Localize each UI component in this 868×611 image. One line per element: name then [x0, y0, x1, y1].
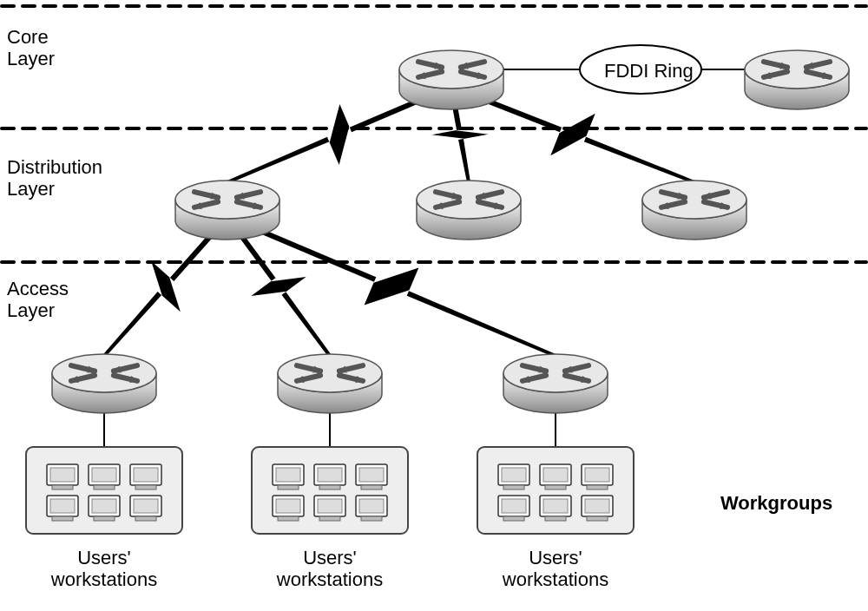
svg-rect-18: [135, 516, 156, 521]
svg-point-75: [175, 181, 279, 219]
svg-rect-50: [503, 516, 524, 521]
svg-point-93: [642, 181, 746, 219]
svg-point-120: [503, 354, 608, 392]
svg-rect-5: [92, 468, 116, 482]
router-dist_mid: [417, 181, 521, 240]
svg-rect-8: [134, 468, 158, 482]
svg-rect-47: [587, 485, 608, 489]
svg-point-111: [278, 354, 382, 392]
workstations-label-2: Users' workstations: [277, 547, 383, 591]
svg-rect-43: [543, 468, 568, 482]
router-core_right: [745, 50, 849, 109]
svg-rect-9: [135, 485, 156, 489]
svg-rect-22: [278, 485, 299, 489]
svg-rect-34: [319, 516, 340, 521]
router-acc_3: [503, 354, 608, 413]
svg-rect-3: [52, 485, 73, 489]
svg-rect-49: [502, 499, 526, 513]
workgroups-label: Workgroups: [720, 492, 832, 514]
workgroup-2: [252, 447, 408, 534]
svg-rect-14: [92, 499, 116, 513]
core-layer-label: Core Layer: [7, 26, 55, 70]
svg-rect-24: [318, 468, 342, 482]
svg-rect-28: [361, 485, 382, 489]
svg-rect-2: [50, 468, 75, 482]
svg-rect-40: [502, 468, 526, 482]
svg-rect-44: [545, 485, 566, 489]
svg-rect-36: [359, 499, 384, 513]
svg-rect-56: [587, 516, 608, 521]
diagram-svg: [0, 0, 868, 611]
workstations-label-3: Users' workstations: [503, 547, 608, 591]
svg-rect-31: [278, 516, 299, 521]
router-core_main: [399, 50, 503, 109]
workgroup-3: [477, 447, 634, 534]
access-layer-label: Access Layer: [7, 278, 69, 322]
svg-rect-37: [361, 516, 382, 521]
diagram-stage: Core Layer Distribution Layer Access Lay…: [0, 0, 868, 611]
svg-point-84: [417, 181, 521, 219]
svg-rect-17: [134, 499, 158, 513]
router-acc_2: [278, 354, 382, 413]
svg-point-66: [745, 50, 849, 89]
svg-point-102: [52, 354, 156, 392]
svg-rect-46: [585, 468, 609, 482]
svg-point-57: [399, 50, 503, 89]
distribution-layer-label: Distribution Layer: [7, 156, 102, 200]
svg-rect-15: [94, 516, 115, 521]
svg-rect-21: [276, 468, 300, 482]
router-dist_right: [642, 181, 746, 240]
workstations-label-1: Users' workstations: [51, 547, 157, 591]
svg-rect-55: [585, 499, 609, 513]
router-acc_1: [52, 354, 156, 413]
fddi-ring-label: FDDI Ring: [604, 60, 694, 82]
svg-rect-27: [359, 468, 384, 482]
svg-rect-52: [543, 499, 568, 513]
svg-rect-12: [52, 516, 73, 521]
svg-rect-25: [319, 485, 340, 489]
router-dist_left: [175, 181, 279, 240]
svg-rect-33: [318, 499, 342, 513]
svg-rect-41: [503, 485, 524, 489]
workgroup-1: [26, 447, 182, 534]
svg-rect-6: [94, 485, 115, 489]
svg-rect-53: [545, 516, 566, 521]
svg-rect-30: [276, 499, 300, 513]
svg-rect-11: [50, 499, 75, 513]
